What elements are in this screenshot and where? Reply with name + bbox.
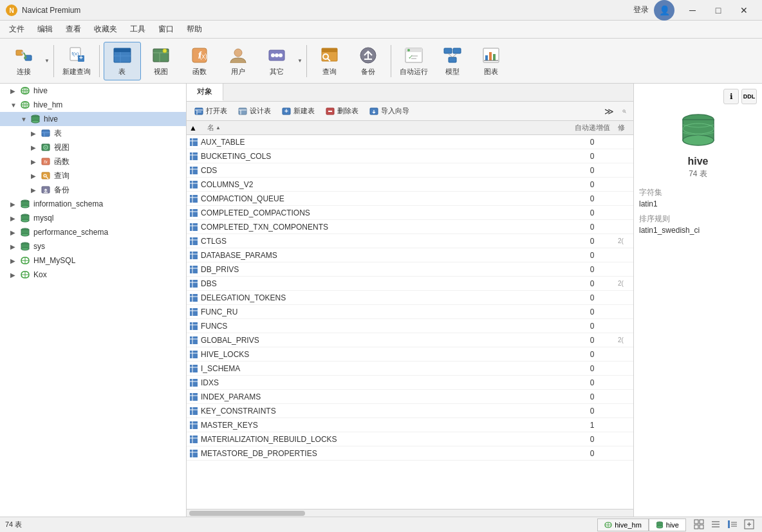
table-row[interactable]: COLUMNS_V2 0 [187, 178, 633, 192]
toolbar-query[interactable]: 查询 [311, 42, 348, 80]
close-button[interactable]: ✕ [731, 0, 757, 21]
connect-dropdown[interactable]: ▼ [44, 58, 50, 64]
table-row[interactable]: KEY_CONSTRAINTS 0 [187, 404, 633, 418]
toolbar-new-query[interactable]: f(x) + 新建查询 [58, 42, 95, 80]
zoom-btn[interactable] [741, 518, 757, 531]
table-row[interactable]: DBS 0 2( [187, 277, 633, 291]
table-row[interactable]: FUNC_RU 0 [187, 305, 633, 319]
menu-view[interactable]: 查看 [59, 21, 88, 37]
table-row[interactable]: DATABASE_PARAMS 0 [187, 248, 633, 262]
toolbar-backup[interactable]: 备份 [349, 42, 387, 80]
toolbar-connect[interactable]: 连接 [5, 42, 42, 80]
expand-arrow[interactable]: ▶ [31, 158, 40, 165]
expand-arrow[interactable]: ▶ [10, 87, 19, 95]
status-tab-hive-hm[interactable]: hive_hm [597, 518, 649, 531]
tree-item-hm-mysql[interactable]: ▶ HM_MySQL [0, 253, 186, 268]
avatar[interactable]: 👤 [654, 0, 674, 21]
expand-arrow[interactable]: ▶ [10, 201, 19, 208]
toolbar-chart[interactable]: 图表 [472, 42, 510, 80]
table-row[interactable]: AUX_TABLE 0 [187, 135, 633, 149]
table-row[interactable]: IDXS 0 [187, 376, 633, 390]
toolbar-user[interactable]: 用户 [219, 42, 257, 80]
expand-arrow[interactable]: ▶ [31, 144, 40, 151]
expand-arrow[interactable]: ▶ [31, 130, 40, 137]
expand-arrow[interactable]: ▶ [10, 243, 19, 250]
tree-item-kox[interactable]: ▶ Kox [0, 268, 186, 282]
expand-arrow[interactable]: ▶ [10, 229, 19, 236]
tree-item-perf-schema[interactable]: ▶ performance_schema [0, 225, 186, 239]
minimize-button[interactable]: ─ [680, 0, 705, 21]
table-row[interactable]: COMPLETED_COMPACTIONS 0 [187, 206, 633, 220]
table-row[interactable]: GLOBAL_PRIVS 0 2( [187, 333, 633, 347]
table-row[interactable]: MATERIALIZATION_REBUILD_LOCKS 0 [187, 432, 633, 446]
tree-item-sys[interactable]: ▶ sys [0, 239, 186, 253]
btn-design-table[interactable]: 设计表 [233, 104, 275, 118]
detail-view-btn[interactable] [725, 518, 740, 531]
info-btn[interactable]: ℹ [723, 89, 739, 104]
tab-object[interactable]: 对象 [187, 84, 223, 101]
table-row-icon [189, 421, 198, 430]
expand-arrow[interactable]: ▶ [10, 215, 19, 222]
menu-favorites[interactable]: 收藏夹 [88, 21, 124, 37]
other-dropdown[interactable]: ▼ [297, 58, 302, 64]
login-button[interactable]: 登录 [633, 5, 649, 15]
btn-open-table[interactable]: 打开表 [189, 104, 232, 118]
table-row[interactable]: METASTORE_DB_PROPERTIES 0 [187, 446, 633, 461]
btn-expand[interactable]: ≫ [602, 104, 615, 118]
toolbar-autorun[interactable]: ✓ 自动运行 [395, 42, 432, 80]
table-row[interactable]: BUCKETING_COLS 0 [187, 149, 633, 163]
horizontal-scrollbar[interactable] [187, 509, 633, 517]
menu-tools[interactable]: 工具 [124, 21, 152, 37]
toolbar-model[interactable]: 模型 [434, 42, 471, 80]
table-row[interactable]: DB_PRIVS 0 [187, 262, 633, 277]
expand-arrow[interactable]: ▼ [10, 102, 19, 109]
ddl-btn[interactable]: DDL [741, 89, 757, 104]
tree-item-mysql[interactable]: ▶ mysql [0, 211, 186, 225]
toolbar-view[interactable]: 视图 [142, 42, 180, 80]
database-icon [19, 241, 31, 252]
expand-arrow[interactable]: ▶ [10, 257, 19, 264]
table-row[interactable]: CDS 0 [187, 163, 633, 178]
status-tab-hive[interactable]: hive [649, 518, 686, 531]
col-name-header[interactable]: 名 [202, 123, 566, 133]
toolbar-table[interactable]: 表 [104, 42, 141, 80]
tree-item-info-schema[interactable]: ▶ information_schema [0, 197, 186, 211]
table-row[interactable]: MASTER_KEYS 1 [187, 418, 633, 432]
table-row[interactable]: FUNCS 0 [187, 319, 633, 333]
expand-arrow[interactable]: ▶ [10, 271, 19, 279]
tree-item-hive-db[interactable]: ▼ hive [0, 112, 186, 126]
expand-arrow[interactable]: ▼ [21, 116, 30, 123]
toolbar-function[interactable]: f (x) 函数 [181, 42, 218, 80]
table-row[interactable]: HIVE_LOCKS 0 [187, 347, 633, 362]
btn-search[interactable] [618, 105, 631, 118]
list-view-btn[interactable] [708, 518, 723, 531]
table-row[interactable]: COMPACTION_QUEUE 0 [187, 192, 633, 206]
expand-arrow[interactable]: ▶ [31, 187, 40, 194]
tree-item-hive1[interactable]: ▶ hive [0, 84, 186, 98]
tree-item-funcs[interactable]: ▶ fx 函数 [0, 154, 186, 169]
menu-file[interactable]: 文件 [3, 21, 31, 37]
btn-new-table[interactable]: + 新建表 [277, 104, 319, 118]
btn-delete-table[interactable]: 删除表 [321, 104, 363, 118]
btn-import-wizard[interactable]: 导入向导 [364, 104, 414, 118]
scroll-thumb[interactable] [189, 511, 305, 516]
menu-window[interactable]: 窗口 [152, 21, 180, 37]
menu-edit[interactable]: 编辑 [31, 21, 59, 37]
maximize-button[interactable]: □ [705, 0, 731, 21]
tree-item-backups[interactable]: ▶ 备份 [0, 183, 186, 197]
grid-view-btn[interactable] [691, 518, 707, 531]
table-row[interactable]: CTLGS 0 2( [187, 234, 633, 248]
menu-help[interactable]: 帮助 [180, 21, 209, 37]
tree-item-queries[interactable]: ▶ 查询 [0, 169, 186, 183]
tree-item-views[interactable]: ▶ 视图 [0, 140, 186, 154]
table-row[interactable]: I_SCHEMA 0 [187, 362, 633, 376]
table-row[interactable]: INDEX_PARAMS 0 [187, 390, 633, 404]
tree-item-tables[interactable]: ▶ 表 [0, 126, 186, 140]
tree-item-hive-hm[interactable]: ▼ hive_hm [0, 98, 186, 112]
table-row[interactable]: COMPLETED_TXN_COMPONENTS 0 [187, 220, 633, 234]
header-toggle[interactable]: ▲ [189, 124, 202, 133]
cell-auto: 0 [566, 279, 618, 288]
toolbar-other[interactable]: 其它 [258, 42, 295, 80]
table-row[interactable]: DELEGATION_TOKENS 0 [187, 291, 633, 305]
expand-arrow[interactable]: ▶ [31, 172, 40, 179]
